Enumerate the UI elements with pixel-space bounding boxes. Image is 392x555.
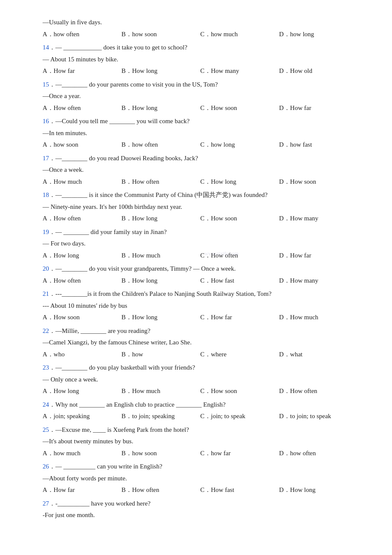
option-c: C．how much <box>200 29 279 40</box>
q-num-18: 18 <box>43 191 49 198</box>
option-18-b: B．How long <box>121 213 200 224</box>
option-14-a: A．How far <box>43 66 121 77</box>
option-23-c: C．How soon <box>200 386 279 397</box>
option-17-c: C．How long <box>200 176 279 188</box>
question-line-15: 15．—________ do your parents come to vis… <box>43 79 358 90</box>
answer-16: —In ten minutes. <box>43 128 358 139</box>
option-22-a: A．who <box>43 349 121 360</box>
answer-23: — Only once a week. <box>43 374 358 385</box>
question-block-14: 14．— ____________ does it take you to ge… <box>43 42 358 77</box>
question-line-23: 23．—________ do you play basketball with… <box>43 362 358 373</box>
option-25-a: A．how much <box>43 448 121 459</box>
answer-14: — About 15 minutes by bike. <box>43 54 358 65</box>
q-num-20: 20 <box>43 265 49 272</box>
options-25: A．how much B．how soon C．how far D．how of… <box>43 448 358 459</box>
option-15-b: B．How long <box>121 103 200 114</box>
option-22-b: B．how <box>121 349 200 360</box>
option-17-d: D．How soon <box>279 176 358 188</box>
option-18-d: D．How many <box>279 213 358 224</box>
option-24-b: B．to join; speaking <box>121 411 200 422</box>
question-block-24: 24．Why not ________ an English club to p… <box>43 399 358 422</box>
option-14-c: C．How many <box>200 66 279 77</box>
option-22-d: D．what <box>279 349 358 360</box>
option-21-b: B．How long <box>121 312 200 323</box>
q-num-24: 24 <box>43 401 49 408</box>
option-24-c: C．join; to speak <box>200 411 279 422</box>
option-26-c: C．How fast <box>200 485 279 496</box>
q-num-23: 23 <box>43 364 49 371</box>
answer-25: —It's about twenty minutes by bus. <box>43 436 358 447</box>
page-content: —Usually in five days. A．how often B．how… <box>43 17 358 521</box>
answer-27: -For just one month. <box>43 510 358 521</box>
option-15-a: A．How often <box>43 103 121 114</box>
q-num-21: 21 <box>43 290 49 297</box>
option-20-c: C．How fast <box>200 275 279 286</box>
options-21: A．How soon B．How long C．How far D．How mu… <box>43 312 358 323</box>
options-15: A．How often B．How long C．How soon D．How … <box>43 103 358 114</box>
option-18-c: C．How soon <box>200 213 279 224</box>
question-block-23: 23．—________ do you play basketball with… <box>43 362 358 397</box>
question-line-19: 19．— ________ did your family stay in Ji… <box>43 227 358 238</box>
intro-answer: —Usually in five days. <box>43 17 358 28</box>
option-17-a: A．How much <box>43 176 121 188</box>
question-block-27: 27．-__________ have you worked here? -Fo… <box>43 498 358 521</box>
option-23-d: D．How often <box>279 386 358 397</box>
question-line-21: 21．---________is it from the Children's … <box>43 289 358 300</box>
option-18-a: A．How often <box>43 213 121 224</box>
option-15-c: C．How soon <box>200 103 279 114</box>
option-24-a: A．join; speaking <box>43 411 121 422</box>
option-b: B．how soon <box>121 29 200 40</box>
question-line-18: 18．—________ is it since the Communist P… <box>43 190 358 201</box>
option-19-d: D．How far <box>279 250 358 261</box>
answer-17: —Once a week. <box>43 165 358 176</box>
option-21-a: A．How soon <box>43 312 121 323</box>
option-24-d: D．to join; to speak <box>279 411 358 422</box>
question-line-26: 26．— __________ can you write in English… <box>43 461 358 472</box>
q-num-14: 14 <box>43 44 49 51</box>
option-19-c: C．How often www.zixifu.com <box>200 250 279 261</box>
options-18: A．How often B．How long C．How soon D．How … <box>43 213 358 224</box>
q-num-22: 22 <box>43 327 49 334</box>
option-22-c: C．where <box>200 349 279 360</box>
option-25-b: B．how soon <box>121 448 200 459</box>
options-22: A．who B．how C．where D．what <box>43 349 358 360</box>
question-line-16: 16．—Could you tell me ________ you will … <box>43 116 358 127</box>
q-num-15: 15 <box>43 81 49 88</box>
question-block-18: 18．—________ is it since the Communist P… <box>43 190 358 224</box>
option-21-d: D．How much <box>279 312 358 323</box>
options-24: A．join; speaking B．to join; speaking C．j… <box>43 411 358 422</box>
option-21-c: C．How far <box>200 312 279 323</box>
option-26-d: D．How long <box>279 485 358 496</box>
option-16-c: C．how long <box>200 139 279 150</box>
option-14-d: D．How old <box>279 66 358 77</box>
answer-18: — Ninety-nine years. It's her 100th birt… <box>43 202 358 213</box>
question-line-22: 22．—Millie, ________ are you reading? <box>43 326 358 337</box>
q-num-16: 16 <box>43 118 49 124</box>
option-25-d: D．how often <box>279 448 358 459</box>
question-block-20: 20．—________ do you visit your grandpare… <box>43 263 358 286</box>
question-line-17: 17．—________ do you read Duowei Reading … <box>43 153 358 164</box>
option-17-b: B．How often <box>121 176 200 188</box>
question-block-intro: —Usually in five days. A．how often B．how… <box>43 17 358 40</box>
option-23-b: B．How much <box>121 386 200 397</box>
option-d: D．how long <box>279 29 358 40</box>
option-25-c: C．how far <box>200 448 279 459</box>
q-num-25: 25 <box>43 426 49 433</box>
option-26-a: A．How far <box>43 485 121 496</box>
options-14: A．How far B．How long C．How many D．How ol… <box>43 66 358 77</box>
question-block-16: 16．—Could you tell me ________ you will … <box>43 116 358 150</box>
option-14-b: B．How long <box>121 66 200 77</box>
answer-26: —About forty words per minute. <box>43 473 358 484</box>
option-20-b: B．How long <box>121 275 200 286</box>
question-block-15: 15．—________ do your parents come to vis… <box>43 79 358 114</box>
question-line-25: 25．—Excuse me, ____ is Xuefeng Park from… <box>43 425 358 436</box>
option-26-b: B．How often <box>121 485 200 496</box>
question-line-14: 14．— ____________ does it take you to ge… <box>43 42 358 53</box>
option-19-b: B．How much <box>121 250 200 261</box>
question-block-25: 25．—Excuse me, ____ is Xuefeng Park from… <box>43 425 358 459</box>
options-17: A．How much B．How often C．How long D．How … <box>43 176 358 188</box>
option-15-d: D．How far <box>279 103 358 114</box>
options-20: A．How often B．How long C．How fast D．How … <box>43 275 358 286</box>
q-num-26: 26 <box>43 463 49 470</box>
option-16-b: B．how often <box>121 139 200 150</box>
